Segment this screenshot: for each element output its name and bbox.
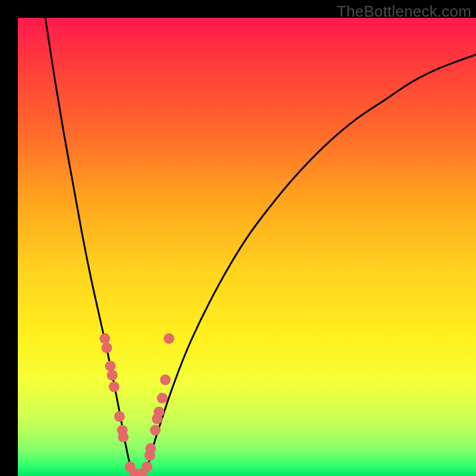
highlight-point	[160, 374, 171, 385]
highlight-point	[107, 370, 118, 381]
highlight-point	[118, 432, 129, 443]
highlight-point	[157, 393, 168, 403]
chart-frame: TheBottleneck.com	[0, 0, 476, 476]
highlight-point	[142, 462, 152, 472]
highlight-point	[105, 361, 116, 371]
curve-svg	[18, 18, 476, 476]
bottleneck-curve	[45, 18, 476, 476]
plot-area	[18, 18, 476, 476]
highlight-point	[109, 381, 120, 392]
highlight-point	[99, 333, 110, 344]
highlight-point	[150, 425, 161, 436]
highlight-point	[164, 333, 174, 344]
highlight-point	[154, 406, 164, 417]
highlight-point	[101, 342, 112, 353]
highlight-point	[145, 443, 156, 454]
highlight-point	[114, 411, 125, 422]
highlight-markers	[99, 333, 174, 476]
